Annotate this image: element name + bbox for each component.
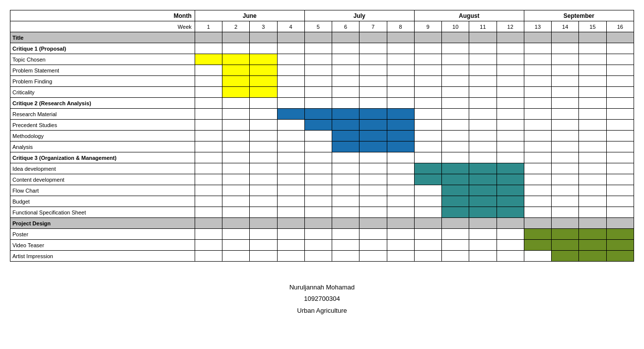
cell: [442, 43, 469, 54]
cell: [442, 141, 469, 152]
cell: [222, 43, 250, 54]
cell: [387, 163, 414, 174]
cell: [222, 240, 250, 251]
cell: [442, 174, 469, 185]
cell: [359, 87, 387, 98]
cell: [359, 152, 387, 163]
cell: [222, 185, 250, 196]
cell: [606, 185, 634, 196]
cell: [387, 240, 414, 251]
cell: [497, 32, 524, 43]
cell: [606, 174, 634, 185]
cell: [359, 207, 387, 218]
cell: [442, 251, 469, 262]
table-row: Critique 3 (Organization & Management): [10, 152, 634, 163]
row-label: Artist Impression: [10, 251, 195, 262]
cell: [332, 98, 359, 109]
cell: [250, 76, 277, 87]
cell: [524, 43, 551, 54]
cell: [250, 196, 277, 207]
row-label: Critique 1 (Proposal): [10, 43, 195, 54]
cell: [277, 120, 304, 131]
cell: [332, 141, 359, 152]
cell: [442, 54, 469, 65]
cell: [332, 152, 359, 163]
cell: [332, 185, 359, 196]
gantt-chart: Month June July August September Week 1 …: [10, 10, 634, 316]
cell: [387, 218, 414, 229]
cell: [579, 32, 606, 43]
cell: [497, 196, 524, 207]
cell: [304, 174, 332, 185]
cell: [195, 229, 222, 240]
cell: [524, 251, 551, 262]
cell: [552, 54, 579, 65]
cell: [414, 185, 441, 196]
cell: [414, 65, 441, 76]
cell: [552, 251, 579, 262]
week-2: 2: [222, 21, 250, 32]
cell: [332, 218, 359, 229]
cell: [497, 185, 524, 196]
cell: [304, 251, 332, 262]
cell: [304, 87, 332, 98]
week-16: 16: [606, 21, 634, 32]
cell: [442, 109, 469, 120]
cell: [442, 218, 469, 229]
cell: [387, 174, 414, 185]
cell: [277, 218, 304, 229]
cell: [524, 240, 551, 251]
cell: [387, 141, 414, 152]
cell: [606, 120, 634, 131]
cell: [552, 185, 579, 196]
cell: [332, 207, 359, 218]
cell: [524, 196, 551, 207]
month-august: August: [414, 10, 524, 21]
cell: [469, 174, 497, 185]
cell: [359, 98, 387, 109]
cell: [304, 196, 332, 207]
cell: [524, 141, 551, 152]
cell: [414, 240, 441, 251]
row-label: Problem Statement: [10, 65, 195, 76]
cell: [222, 109, 250, 120]
cell: [414, 141, 441, 152]
cell: [222, 163, 250, 174]
cell: [222, 152, 250, 163]
gantt-table: Month June July August September Week 1 …: [10, 10, 634, 262]
cell: [195, 174, 222, 185]
cell: [222, 141, 250, 152]
cell: [579, 98, 606, 109]
cell: [552, 152, 579, 163]
cell: [552, 87, 579, 98]
cell: [332, 163, 359, 174]
cell: [304, 229, 332, 240]
cell: [524, 65, 551, 76]
table-row: Project Design: [10, 218, 634, 229]
cell: [414, 87, 441, 98]
table-row: Video Teaser: [10, 240, 634, 251]
cell: [414, 218, 441, 229]
cell: [469, 65, 497, 76]
cell: [387, 152, 414, 163]
cell: [195, 54, 222, 65]
cell: [469, 54, 497, 65]
cell: [250, 240, 277, 251]
cell: [442, 229, 469, 240]
week-13: 13: [524, 21, 551, 32]
cell: [497, 109, 524, 120]
week-3: 3: [250, 21, 277, 32]
week-9: 9: [414, 21, 441, 32]
table-row: Artist Impression: [10, 251, 634, 262]
cell: [387, 109, 414, 120]
cell: [195, 87, 222, 98]
cell: [606, 218, 634, 229]
table-row: Problem Finding: [10, 76, 634, 87]
cell: [442, 98, 469, 109]
cell: [414, 229, 441, 240]
cell: [359, 240, 387, 251]
cell: [414, 54, 441, 65]
cell: [552, 109, 579, 120]
month-june: June: [195, 10, 304, 21]
cell: [250, 207, 277, 218]
